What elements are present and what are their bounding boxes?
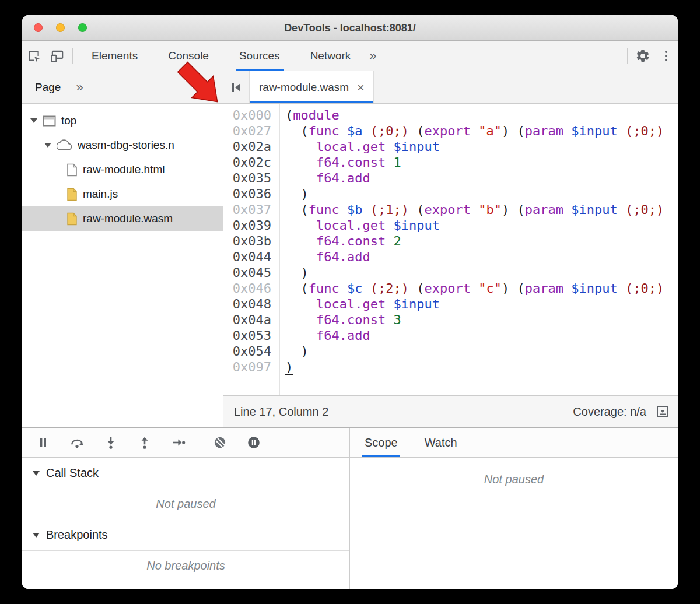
tree-item-origin[interactable]: wasm-dbg-stories.n [22,133,223,157]
gutter-line-number[interactable]: 0x027 [223,123,271,139]
script-file-icon [66,212,78,226]
gutter-line-number[interactable]: 0x035 [223,170,271,186]
code-line[interactable]: f64.add [285,328,678,343]
cloud-icon [57,139,72,151]
file-tree: top wasm-dbg-stories.n [22,104,223,231]
tree-item-top[interactable]: top [22,108,223,133]
more-tabs-icon[interactable]: » [366,41,380,71]
gutter-line-number[interactable]: 0x097 [223,359,271,375]
step-into-icon[interactable] [98,431,124,454]
expand-arrow-icon[interactable] [44,143,51,148]
step-out-icon[interactable] [132,431,158,454]
gutter-line-number[interactable]: 0x02a [223,139,271,154]
tab-scope[interactable]: Scope [365,428,398,457]
tree-item-main-js[interactable]: main.js [22,182,223,206]
gutter-line-number[interactable]: 0x000 [223,107,271,123]
tab-watch[interactable]: Watch [425,428,457,457]
close-window-button[interactable] [34,23,43,32]
main-menu-icon[interactable] [654,41,678,71]
tab-console[interactable]: Console [164,41,212,71]
step-over-icon[interactable] [64,431,90,454]
tree-item-raw-module-wasm[interactable]: raw-module.wasm [22,206,223,231]
gutter: 0x0000x0270x02a0x02c0x0350x0360x0370x039… [223,104,280,395]
gutter-line-number[interactable]: 0x04a [223,312,271,328]
code-line[interactable]: (func $b (;1;) (export "b") (param $inpu… [285,202,678,217]
gutter-line-number[interactable]: 0x02c [223,154,271,170]
device-toolbar-icon[interactable] [46,41,69,71]
minimize-window-button[interactable] [56,23,65,32]
settings-gear-icon[interactable] [631,41,654,71]
expand-panel-icon[interactable] [656,405,670,419]
section-title: Call Stack [46,466,99,480]
tab-network[interactable]: Network [307,41,355,71]
inspect-element-icon[interactable] [22,41,46,71]
toolbar-separator [72,48,73,64]
more-navigator-tabs-icon[interactable]: » [72,80,86,95]
code-line[interactable]: f64.const 2 [285,233,678,249]
frame-icon [43,115,56,127]
collapse-arrow-icon [33,533,40,538]
code-line[interactable]: f64.const 1 [285,154,678,170]
gutter-line-number[interactable]: 0x048 [223,296,271,312]
scope-watch-pane: Scope Watch Not paused [350,428,678,589]
tree-item-label: main.js [83,188,118,201]
source-viewer: 0x0000x0270x02a0x02c0x0350x0360x0370x039… [223,104,678,395]
code-lines[interactable]: (module (func $a (;0;) (export "a") (par… [280,104,678,395]
code-line[interactable]: ) [285,343,678,359]
code-line[interactable]: f64.const 3 [285,312,678,328]
pause-on-exceptions-icon[interactable] [241,431,267,454]
tab-elements[interactable]: Elements [88,41,141,71]
window-title: DevTools - localhost:8081/ [22,15,678,41]
editor-tab-bar: raw-module.wasm × [223,71,678,104]
tree-item-label: top [61,114,76,127]
gutter-line-number[interactable]: 0x053 [223,328,271,343]
pause-script-icon[interactable] [30,431,56,454]
editor-status-bar: Line 17, Column 2 Coverage: n/a [223,395,678,427]
devtools-window: DevTools - localhost:8081/ Elements Cons… [22,15,678,589]
expand-arrow-icon[interactable] [30,118,37,123]
editor-tab-raw-module-wasm[interactable]: raw-module.wasm × [249,71,374,103]
scope-watch-tabbar: Scope Watch [350,428,678,458]
deactivate-breakpoints-icon[interactable] [207,431,233,454]
script-file-icon [66,188,78,201]
code-line[interactable]: ) [285,186,678,202]
close-tab-icon[interactable]: × [357,80,364,94]
code-line[interactable]: (func $c (;2;) (export "c") (param $inpu… [285,280,678,296]
tab-sources[interactable]: Sources [236,41,284,71]
gutter-line-number[interactable]: 0x037 [223,202,271,217]
breakpoints-section-header[interactable]: Breakpoints [22,519,349,551]
xhr-breakpoints-section-header[interactable]: XHR/fetch Breakpoints [22,581,349,589]
tree-item-raw-module-html[interactable]: raw-module.html [22,157,223,182]
gutter-line-number[interactable]: 0x044 [223,249,271,265]
navigator-header: Page » [22,71,223,104]
coverage-label: Coverage: n/a [573,405,646,419]
call-stack-message: Not paused [22,489,349,519]
code-line[interactable]: local.get $input [285,296,678,312]
tab-page[interactable]: Page [35,81,61,94]
tree-item-label: wasm-dbg-stories.n [78,139,174,152]
navigator-menu-icon[interactable] [210,82,212,93]
gutter-line-number[interactable]: 0x039 [223,217,271,233]
gutter-line-number[interactable]: 0x054 [223,343,271,359]
gutter-line-number[interactable]: 0x045 [223,265,271,280]
code-line[interactable]: f64.add [285,170,678,186]
call-stack-section-header[interactable]: Call Stack [22,458,349,489]
code-line[interactable]: (module [285,107,678,123]
debugger-toolbar-separator [200,435,200,450]
code-line[interactable]: local.get $input [285,217,678,233]
debugger-area: Call Stack Not paused Breakpoints No bre… [22,427,678,589]
gutter-line-number[interactable]: 0x03b [223,233,271,249]
step-icon[interactable] [166,431,191,454]
gutter-line-number[interactable]: 0x036 [223,186,271,202]
zoom-window-button[interactable] [78,23,87,32]
cursor-position-label: Line 17, Column 2 [234,405,328,419]
code-line[interactable]: f64.add [285,249,678,265]
navigator-pane: Page » top [22,71,223,427]
code-line[interactable]: local.get $input [285,139,678,154]
hide-navigator-icon[interactable] [223,71,249,103]
html-file-icon [66,163,78,177]
code-line[interactable]: ) [285,359,678,375]
gutter-line-number[interactable]: 0x046 [223,280,271,296]
code-line[interactable]: (func $a (;0;) (export "a") (param $inpu… [285,123,678,139]
code-line[interactable]: ) [285,265,678,280]
